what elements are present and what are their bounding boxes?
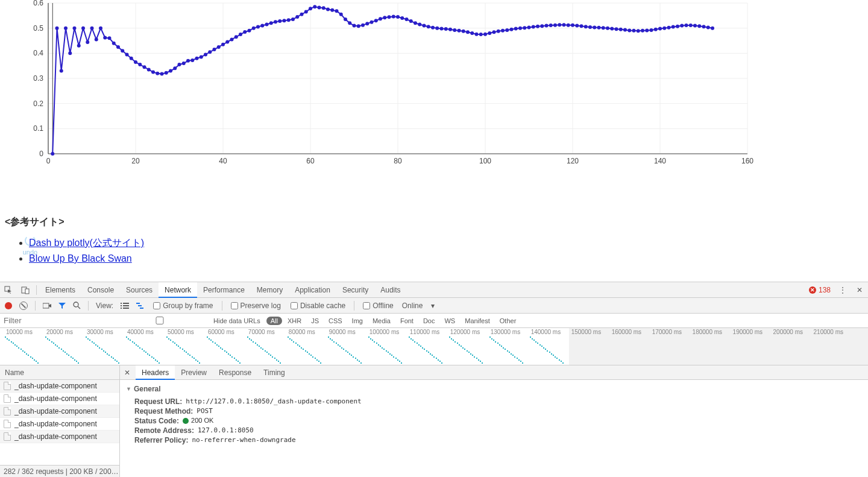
filter-input[interactable] — [0, 316, 102, 325]
svg-point-42 — [81, 27, 85, 30]
svg-point-58 — [151, 71, 155, 74]
preserve-log-checkbox[interactable]: Preserve log — [227, 302, 285, 310]
ref-link-blackswan[interactable]: Blow Up By Black Swan — [29, 253, 132, 264]
svg-point-81 — [252, 27, 256, 30]
svg-point-178 — [676, 25, 679, 28]
svg-point-144 — [527, 25, 531, 29]
throttling-select[interactable]: Online ▾ — [400, 298, 437, 314]
request-url-field: Request URL:http://127.0.0.1:8050/_dash-… — [126, 397, 862, 406]
tab-sources[interactable]: Sources — [120, 282, 159, 298]
file-icon — [4, 394, 11, 403]
svg-point-141 — [514, 27, 518, 31]
view-label: View: — [93, 298, 116, 314]
svg-point-146 — [536, 25, 539, 28]
tab-console[interactable]: Console — [81, 282, 120, 298]
svg-point-185 — [706, 25, 710, 29]
error-count[interactable]: ✕138 — [805, 286, 834, 294]
svg-point-131 — [470, 31, 474, 35]
timeline-tick: 170000 ms — [652, 329, 682, 335]
separator — [36, 285, 37, 295]
request-row[interactable]: _dash-update-component — [0, 393, 119, 405]
device-toggle-icon[interactable] — [17, 282, 34, 298]
view-list-icon[interactable] — [118, 298, 131, 314]
svg-point-136 — [492, 30, 496, 34]
timeline-tick: 50000 ms — [168, 329, 194, 335]
svg-rect-195 — [121, 305, 122, 306]
detail-tab-preview[interactable]: Preview — [175, 365, 213, 380]
svg-point-43 — [86, 40, 89, 44]
filter-type-manifest[interactable]: Manifest — [461, 317, 494, 325]
detail-tab-headers[interactable]: Headers — [136, 365, 175, 380]
request-row[interactable]: _dash-update-component — [0, 405, 119, 418]
filter-type-js[interactable]: JS — [307, 317, 323, 325]
filter-type-xhr[interactable]: XHR — [283, 317, 306, 325]
request-row[interactable]: _dash-update-component — [0, 418, 119, 431]
svg-rect-193 — [121, 303, 122, 304]
timeline-tick: 160000 ms — [612, 329, 641, 335]
svg-point-120 — [423, 24, 426, 28]
tab-elements[interactable]: Elements — [39, 282, 81, 298]
timeline-tick: 20000 ms — [46, 329, 73, 335]
tab-audits[interactable]: Audits — [374, 282, 406, 298]
svg-point-63 — [173, 66, 177, 70]
svg-text:100: 100 — [479, 157, 491, 165]
filter-type-css[interactable]: CSS — [324, 317, 347, 325]
svg-text:160: 160 — [741, 157, 753, 165]
hide-data-urls-checkbox[interactable]: Hide data URLs — [105, 317, 264, 324]
request-row[interactable]: _dash-update-component — [0, 380, 119, 393]
request-list-header[interactable]: Name — [0, 365, 119, 380]
tab-performance[interactable]: Performance — [197, 282, 251, 298]
svg-point-110 — [379, 17, 382, 21]
group-by-frame-checkbox[interactable]: Group by frame — [149, 302, 216, 310]
disable-cache-checkbox[interactable]: Disable cache — [287, 302, 349, 310]
svg-point-102 — [344, 17, 347, 21]
general-section[interactable]: General — [126, 385, 862, 393]
detail-tab-response[interactable]: Response — [213, 365, 257, 380]
inspect-icon[interactable] — [0, 282, 17, 298]
svg-point-164 — [615, 27, 618, 31]
view-waterfall-icon[interactable] — [134, 298, 147, 314]
clear-button[interactable] — [17, 298, 30, 314]
tab-network[interactable]: Network — [159, 282, 197, 298]
svg-point-35 — [51, 152, 54, 156]
filter-type-img[interactable]: Img — [348, 317, 367, 325]
svg-point-112 — [388, 15, 391, 19]
svg-point-93 — [304, 10, 308, 14]
timeline-tick: 200000 ms — [773, 329, 803, 335]
detail-tab-timing[interactable]: Timing — [257, 365, 291, 380]
tab-application[interactable]: Application — [289, 282, 336, 298]
request-name: _dash-update-component — [14, 407, 97, 415]
close-detail-icon[interactable]: ✕ — [120, 368, 134, 377]
filter-type-all[interactable]: All — [266, 317, 282, 325]
svg-point-142 — [518, 27, 522, 30]
camera-icon[interactable] — [40, 298, 54, 314]
kebab-icon[interactable]: ⋮ — [834, 282, 851, 298]
filter-type-other[interactable]: Other — [495, 317, 521, 325]
offline-checkbox[interactable]: Offline — [359, 302, 397, 310]
svg-point-96 — [318, 6, 321, 10]
svg-point-118 — [414, 21, 417, 25]
timeline-tick: 30000 ms — [87, 329, 113, 335]
filter-type-font[interactable]: Font — [396, 317, 418, 325]
svg-point-61 — [165, 71, 168, 75]
tab-memory[interactable]: Memory — [251, 282, 289, 298]
svg-text:0.4: 0.4 — [33, 49, 43, 57]
network-timeline[interactable]: 10000 ms20000 ms30000 ms40000 ms50000 ms… — [0, 328, 868, 365]
request-name: _dash-update-component — [14, 394, 97, 403]
svg-point-114 — [396, 15, 400, 19]
ref-link-dash[interactable]: Dash by plotly(公式サイト) — [29, 238, 144, 248]
search-icon[interactable] — [71, 298, 83, 314]
filter-type-media[interactable]: Media — [368, 317, 395, 325]
record-button[interactable] — [2, 298, 14, 314]
request-row[interactable]: _dash-update-component — [0, 431, 119, 443]
svg-point-85 — [269, 21, 273, 25]
line-chart[interactable]: 02040608010012014016000.10.20.30.40.50.6 — [21, 0, 760, 172]
network-toolbar: View: Group by frame Preserve log Disabl… — [0, 298, 868, 314]
filter-icon[interactable] — [56, 298, 68, 314]
svg-point-155 — [575, 24, 579, 28]
svg-rect-201 — [140, 308, 143, 309]
tab-security[interactable]: Security — [336, 282, 374, 298]
close-icon[interactable]: ✕ — [851, 282, 868, 298]
filter-type-doc[interactable]: Doc — [419, 317, 439, 325]
filter-type-ws[interactable]: WS — [440, 317, 459, 325]
